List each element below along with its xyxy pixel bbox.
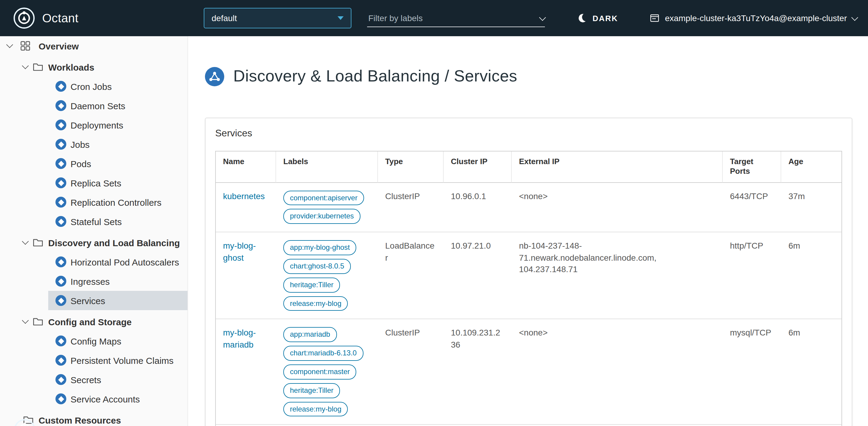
column-header-type[interactable]: Type [378, 151, 444, 182]
sidebar-group-discovery-and-load-balancing[interactable]: Discovery and Load Balancing [0, 233, 187, 252]
cluster-ip-cell: 10.97.21.0 [444, 233, 512, 319]
namespace-select[interactable]: default [204, 8, 351, 28]
type-cell: ClusterIP [378, 319, 444, 425]
sidebar-item-overview[interactable]: Overview [0, 36, 187, 56]
label-filter [367, 10, 545, 27]
sidebar-item-pods[interactable]: Pods [0, 154, 187, 173]
main-content: Discovery & Load Balancing / Services Se… [188, 36, 868, 426]
label-badge: release:my-blog [283, 296, 348, 311]
moon-icon [578, 13, 588, 23]
column-header-target-ports[interactable]: Target Ports [723, 151, 781, 182]
sidebar: Overview Workloads Cron Jobs Daemon Sets… [0, 36, 188, 426]
cluster-ip-cell: 10.96.0.1 [444, 182, 512, 232]
sidebar-item-secrets[interactable]: Secrets [0, 370, 187, 389]
column-header-name[interactable]: Name [216, 151, 276, 182]
label-badge: app:mariadb [283, 328, 337, 342]
card-title: Services [215, 128, 842, 139]
chevron-down-icon[interactable] [539, 14, 546, 21]
chevron-down-icon[interactable] [22, 317, 29, 324]
app-name: Octant [42, 11, 79, 25]
age-cell: 6m [781, 233, 841, 319]
target-ports-cell: 6443/TCP [723, 182, 781, 232]
sidebar-item-replication-controllers[interactable]: Replication Controllers [0, 193, 187, 212]
label-badge: provider:kubernetes [283, 209, 361, 224]
sidebar-group-config-and-storage[interactable]: Config and Storage [0, 312, 187, 331]
secrets-icon [56, 374, 66, 385]
type-cell: ClusterIP [378, 182, 444, 232]
services-icon [56, 295, 66, 306]
theme-toggle[interactable]: DARK [579, 0, 618, 36]
theme-label: DARK [592, 13, 618, 23]
column-header-external-ip[interactable]: External IP [512, 151, 723, 182]
config-maps-icon [56, 336, 66, 346]
window-icon [650, 13, 659, 23]
label-badge: component:master [283, 365, 356, 379]
sidebar-item-config-maps[interactable]: Config Maps [0, 331, 187, 350]
folder-icon [33, 61, 43, 73]
replica-sets-icon [56, 177, 66, 188]
label-filter-input[interactable] [367, 13, 526, 24]
cluster-ip-cell: 10.109.231.236 [444, 319, 512, 425]
label-badge: chart:ghost-8.0.5 [283, 259, 351, 274]
cluster-context-label: example-cluster-ka3TuTzYo4a@example-clus… [665, 13, 847, 23]
label-badge: release:my-blog [283, 402, 348, 417]
services-table: Name Labels Type Cluster IP External IP … [215, 151, 842, 426]
label-badge: app:my-blog-ghost [283, 240, 356, 256]
sidebar-item-stateful-sets[interactable]: Stateful Sets [0, 212, 187, 231]
sidebar-group-workloads[interactable]: Workloads [0, 57, 187, 77]
service-name-link[interactable]: my-blog-mariadb [223, 328, 256, 349]
sidebar-item-service-accounts[interactable]: Service Accounts [0, 389, 187, 408]
age-cell: 37m [781, 182, 841, 232]
sidebar-item-deployments[interactable]: Deployments [0, 115, 187, 135]
objects-grid-icon [20, 40, 31, 51]
sidebar-item-jobs[interactable]: Jobs [0, 135, 187, 154]
folder-icon [33, 237, 43, 248]
target-ports-cell: mysql/TCP [723, 319, 781, 425]
labels-cell: app:mariadb chart:mariadb-6.13.0 compone… [276, 319, 378, 425]
topbar: Octant default DARK example-cluster-ka3T… [0, 0, 868, 36]
cluster-context[interactable]: example-cluster-ka3TuTzYo4a@example-clus… [650, 0, 857, 36]
column-header-cluster-ip[interactable]: Cluster IP [444, 151, 512, 182]
stateful-sets-icon [56, 216, 66, 227]
service-name-link[interactable]: kubernetes [223, 191, 265, 201]
label-badge: heritage:Tiller [283, 383, 340, 398]
namespace-value: default [212, 13, 237, 23]
service-accounts-icon [56, 393, 66, 404]
name-cell: my-blog-mariadb [216, 319, 276, 425]
sidebar-item-services[interactable]: Services [0, 291, 187, 310]
label-badge: component:apiserver [283, 190, 364, 205]
horizontal-pod-autoscalers-icon [56, 256, 66, 267]
labels-cell: component:apiserver provider:kubernetes [276, 182, 378, 232]
octant-app: Octant default DARK example-cluster-ka3T… [0, 0, 868, 426]
external-ip-cell: <none> [512, 182, 723, 232]
cron-jobs-icon [56, 81, 66, 92]
sidebar-item-persistent-volume-claims[interactable]: Persistent Volume Claims [0, 350, 187, 370]
folder-icon [33, 316, 43, 327]
name-cell: kubernetes [216, 182, 276, 232]
chevron-down-icon[interactable] [22, 62, 29, 69]
sidebar-item-ingresses[interactable]: Ingresses [0, 272, 187, 291]
service-name-link[interactable]: my-blog-ghost [223, 241, 256, 262]
sidebar-item-cron-jobs[interactable]: Cron Jobs [0, 77, 187, 96]
table-row: my-blog-ghost app:my-blog-ghost chart:gh… [216, 233, 841, 319]
column-header-age[interactable]: Age [781, 151, 841, 182]
pods-icon [56, 158, 66, 169]
label-badge: heritage:Tiller [283, 278, 340, 293]
page-title-row: Discovery & Load Balancing / Services [205, 56, 852, 96]
deployments-icon [56, 119, 66, 130]
table-row: my-blog-mariadb app:mariadb chart:mariad… [216, 319, 841, 425]
sidebar-bottom-logo[interactable] [14, 419, 36, 426]
sidebar-item-daemon-sets[interactable]: Daemon Sets [0, 96, 187, 115]
sidebar-item-replica-sets[interactable]: Replica Sets [0, 173, 187, 193]
table-header-row: Name Labels Type Cluster IP External IP … [216, 151, 841, 182]
chevron-down-icon[interactable] [6, 41, 13, 48]
octant-logo-icon [13, 7, 35, 29]
services-card: Services Name Labels Type Cluster IP Ext… [205, 118, 852, 426]
sidebar-item-horizontal-pod-autoscalers[interactable]: Horizontal Pod Autoscalers [0, 252, 187, 272]
chevron-down-icon[interactable] [22, 238, 29, 245]
type-cell: LoadBalancer [378, 233, 444, 319]
jobs-icon [56, 139, 66, 150]
age-cell: 6m [781, 319, 841, 425]
column-header-labels[interactable]: Labels [276, 151, 378, 182]
label-badge: chart:mariadb-6.13.0 [283, 346, 363, 361]
